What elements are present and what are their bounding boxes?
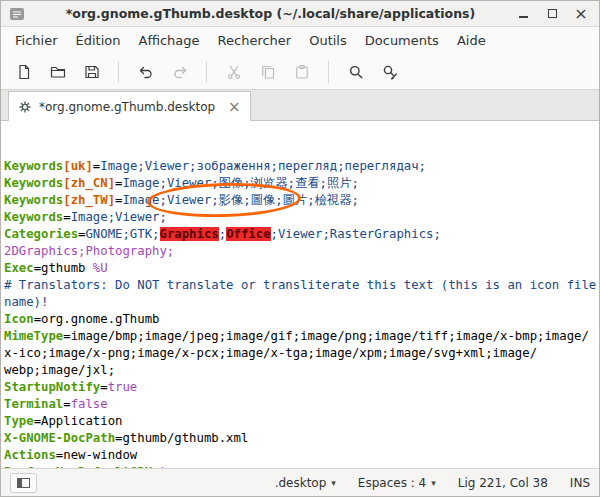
code-line: Terminal=false — [4, 396, 599, 413]
gedit-window: *org.gnome.gThumb.desktop (~/.local/shar… — [0, 0, 600, 497]
code-line: Keywords[zh_TW]=Image;Viewer;影像;圖像;圖片;檢視… — [4, 192, 599, 209]
gedit-app-icon — [9, 6, 25, 22]
menu-outils[interactable]: Outils — [300, 29, 356, 52]
menubar: Fichier Édition Affichage Rechercher Out… — [1, 27, 599, 54]
window-title: *org.gnome.gThumb.desktop (~/.local/shar… — [25, 6, 516, 21]
chevron-down-icon: ▾ — [431, 478, 436, 488]
side-panel-icon — [17, 478, 30, 488]
editor[interactable]: Keywords[uk]=Image;Viewer;зображення;пер… — [1, 121, 599, 468]
new-document-icon — [16, 64, 32, 80]
menu-fichier[interactable]: Fichier — [6, 29, 67, 52]
filetype-selector[interactable]: .desktop ▾ — [275, 476, 336, 490]
code-line: Exec=gthumb %U — [4, 260, 599, 277]
code-line: MimeType=image/bmp;image/jpeg;image/gif;… — [4, 328, 599, 345]
minimize-icon — [519, 16, 528, 18]
tab-label: *org.gnome.gThumb.desktop — [39, 100, 215, 114]
open-folder-icon — [50, 64, 66, 80]
code-line: Keywords=Image;Viewer; — [4, 209, 599, 226]
copy-icon — [260, 64, 276, 80]
toolbar-button-new-document[interactable] — [8, 58, 39, 86]
find-replace-icon — [382, 64, 398, 80]
titlebar[interactable]: *org.gnome.gThumb.desktop (~/.local/shar… — [1, 1, 599, 27]
insert-mode-indicator: INS — [570, 476, 590, 490]
code-line: Actions=new-window — [4, 447, 599, 464]
close-button[interactable]: × — [574, 7, 588, 21]
code-line: webp;image/jxl; — [4, 362, 599, 379]
toolbar-button-undo[interactable] — [130, 58, 161, 86]
menu-rechercher[interactable]: Rechercher — [209, 29, 301, 52]
code-line: Keywords[uk]=Image;Viewer;зображення;пер… — [4, 158, 599, 175]
window-controls: × — [516, 7, 588, 21]
save-icon — [84, 64, 100, 80]
toolbar-button-redo[interactable] — [164, 58, 195, 86]
code-line: x-ico;image/x-png;image/x-pcx;image/x-tg… — [4, 345, 599, 362]
code-line: # Translators: Do NOT translate or trans… — [4, 277, 599, 294]
menu-edition[interactable]: Édition — [67, 29, 130, 52]
toolbar-separator — [118, 61, 119, 83]
code-line: StartupNotify=true — [4, 379, 599, 396]
desktop-file-gear-icon — [18, 100, 32, 114]
filetype-label: .desktop — [275, 476, 327, 490]
code-line: Type=Application — [4, 413, 599, 430]
editor-content: Keywords[uk]=Image;Viewer;зображення;пер… — [4, 158, 599, 468]
code-line: 2DGraphics;Photography; — [4, 243, 599, 260]
tab-bar: *org.gnome.gThumb.desktop × — [1, 90, 599, 121]
minimize-button[interactable] — [516, 7, 530, 21]
cursor-position: Lig 221, Col 38 — [458, 476, 548, 490]
toolbar-button-save[interactable] — [76, 58, 107, 86]
tab-close-button[interactable]: × — [228, 101, 241, 113]
side-panel-toggle-button[interactable] — [10, 473, 37, 493]
code-line: Categories=GNOME;GTK;Graphics;Office;Vie… — [4, 226, 599, 243]
status-bar: .desktop ▾ Espaces : 4 ▾ Lig 221, Col 38… — [1, 468, 599, 496]
redo-icon — [172, 64, 188, 80]
maximize-icon — [548, 9, 557, 18]
menu-affichage[interactable]: Affichage — [129, 29, 208, 52]
toolbar-button-find-replace[interactable] — [374, 58, 405, 86]
cut-icon — [226, 64, 242, 80]
toolbar — [1, 54, 599, 90]
status-right: .desktop ▾ Espaces : 4 ▾ Lig 221, Col 38… — [275, 476, 590, 490]
toolbar-separator — [206, 61, 207, 83]
tab-width-selector[interactable]: Espaces : 4 ▾ — [358, 476, 436, 490]
code-line: Keywords[zh_CN]=Image;Viewer;图像;浏览器;查看;照… — [4, 175, 599, 192]
toolbar-button-paste[interactable] — [286, 58, 317, 86]
toolbar-button-cut[interactable] — [218, 58, 249, 86]
tab-active[interactable]: *org.gnome.gThumb.desktop × — [8, 91, 251, 121]
code-line: X-GNOME-DocPath=gthumb/gthumb.xml — [4, 430, 599, 447]
toolbar-separator — [328, 61, 329, 83]
toolbar-button-copy[interactable] — [252, 58, 283, 86]
toolbar-button-find[interactable] — [340, 58, 371, 86]
search-icon — [348, 64, 364, 80]
code-line: Icon=org.gnome.gThumb — [4, 311, 599, 328]
chevron-down-icon: ▾ — [331, 478, 336, 488]
code-line: PrefersNonDefaultGPU=true — [4, 464, 599, 468]
paste-icon — [294, 64, 310, 80]
code-line: name)! — [4, 294, 599, 311]
undo-icon — [138, 64, 154, 80]
menu-aide[interactable]: Aide — [448, 29, 495, 52]
maximize-button[interactable] — [545, 7, 559, 21]
menu-documents[interactable]: Documents — [356, 29, 448, 52]
tab-width-label: Espaces : 4 — [358, 476, 426, 490]
toolbar-button-open[interactable] — [42, 58, 73, 86]
